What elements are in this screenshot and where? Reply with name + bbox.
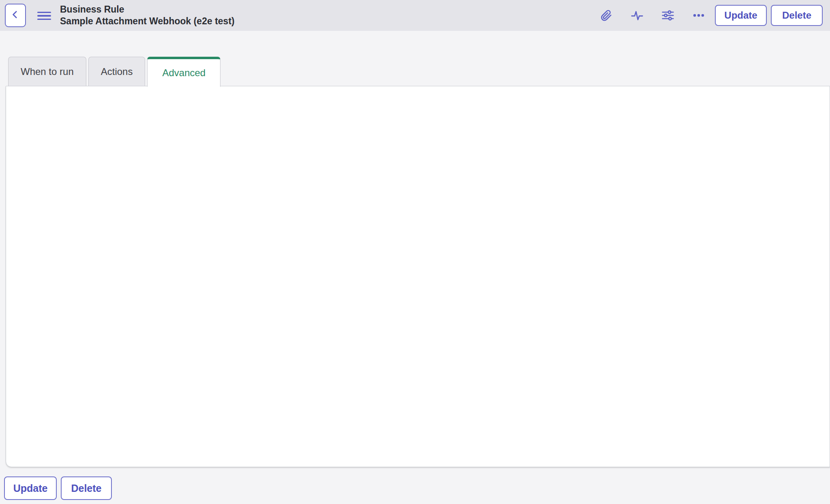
tab-actions[interactable]: Actions [88, 57, 145, 86]
record-name-title: Sample Attachment Webhook (e2e test) [60, 15, 235, 27]
back-button[interactable] [5, 4, 26, 27]
tab-advanced[interactable]: Advanced [147, 57, 220, 87]
tab-when-to-run[interactable]: When to run [8, 57, 86, 86]
update-button-header[interactable]: Update [715, 5, 767, 26]
filter-sliders-icon[interactable] [661, 8, 675, 23]
page-title: Business Rule Sample Attachment Webhook … [60, 4, 235, 27]
chevron-left-icon [10, 9, 21, 22]
more-options-icon[interactable] [691, 8, 706, 23]
tab-bar: When to run Actions Advanced [8, 57, 220, 86]
update-button-footer[interactable]: Update [4, 476, 57, 500]
menu-icon[interactable] [37, 10, 51, 22]
activity-icon[interactable] [630, 8, 644, 23]
attachment-icon[interactable] [599, 8, 614, 23]
delete-button-header[interactable]: Delete [771, 5, 823, 26]
record-type-title: Business Rule [60, 4, 235, 15]
advanced-tab-panel [6, 86, 830, 467]
delete-button-footer[interactable]: Delete [61, 476, 112, 500]
header-bar: Business Rule Sample Attachment Webhook … [0, 0, 830, 31]
